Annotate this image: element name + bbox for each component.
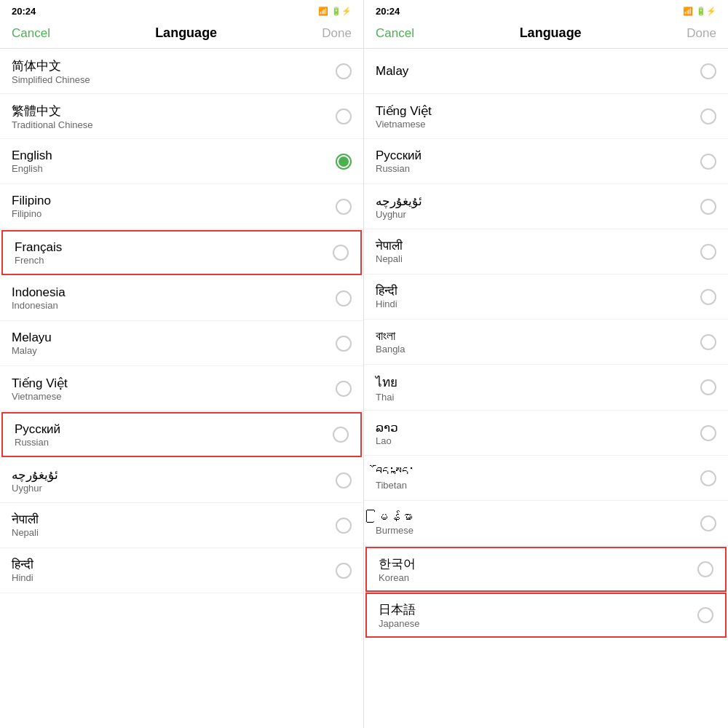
language-item[interactable]: ລາວLao [364,411,728,456]
radio-button[interactable] [336,563,352,579]
lang-native-name: English [12,149,52,163]
lang-text-block: ไทยThai [376,372,397,403]
radio-button[interactable] [336,290,352,306]
language-item[interactable]: 한국어Korean [365,547,727,592]
lang-english-name: English [12,163,52,174]
radio-button[interactable] [700,379,716,395]
language-list-left: 简体中文Simplified Chinese繁體中文Traditional Ch… [0,49,363,728]
lang-english-name: Russian [376,163,422,174]
lang-text-block: 日本語Japanese [379,601,419,629]
radio-button[interactable] [336,199,352,215]
radio-button[interactable] [700,154,716,170]
nav-bar-left: Cancel Language Done [0,20,363,49]
done-button-left: Done [322,26,352,41]
lang-english-name: Nepali [12,527,39,538]
lang-native-name: नेपाली [376,239,403,253]
radio-button[interactable] [700,515,716,531]
wifi-icon: 📶 [318,7,328,16]
left-panel: 20:24 📶 🔋⚡ Cancel Language Done 简体中文Simp… [0,0,364,728]
radio-button[interactable] [697,561,713,577]
lang-native-name: 繁體中文 [12,103,93,119]
language-item[interactable]: РусскийRussian [1,412,362,457]
lang-native-name: Malay [376,64,408,79]
language-item[interactable]: FrançaisFrench [1,230,362,275]
done-button-right: Done [687,26,716,41]
lang-english-name: Nepali [376,253,403,264]
radio-button[interactable] [336,518,352,534]
lang-native-name: नेपाली [12,513,39,527]
lang-english-name: Korean [379,572,416,583]
radio-button[interactable] [697,607,713,623]
language-item[interactable]: Tiếng ViệtVietnamese [364,94,728,139]
lang-text-block: ئۇيغۇرچەUyghur [12,467,58,494]
language-item[interactable]: MelayuMalay [0,321,363,366]
language-item[interactable]: မြန်မာBurmese [364,501,728,546]
lang-text-block: မြန်မာBurmese [376,510,414,536]
lang-native-name: বাংলা [376,329,405,344]
language-item[interactable]: IndonesiaIndonesian [0,276,363,321]
radio-button[interactable] [700,244,716,260]
radio-button[interactable] [336,336,352,352]
radio-button[interactable] [333,245,349,261]
language-item[interactable]: Malay [364,49,728,94]
lang-text-block: IndonesiaIndonesian [12,285,66,311]
language-item[interactable]: བོད་སྐད་Tibetan [364,456,728,501]
lang-native-name: Français [15,240,62,255]
radio-button[interactable] [700,470,716,486]
language-item[interactable]: ไทยThai [364,365,728,411]
radio-button[interactable] [700,425,716,441]
language-item[interactable]: Tiếng ViệtVietnamese [0,366,363,411]
status-icons-left: 📶 🔋⚡ [318,7,352,16]
lang-text-block: ئۇيغۇرچەUyghur [376,194,422,220]
radio-button[interactable] [333,427,349,443]
language-item[interactable]: 简体中文Simplified Chinese [0,49,363,94]
language-item[interactable]: 繁體中文Traditional Chinese [0,94,363,139]
language-item[interactable]: FilipinoFilipino [0,184,363,229]
lang-text-block: བོད་སྐད་Tibetan [376,465,415,491]
lang-text-block: ລາວLao [376,420,398,446]
language-item[interactable]: हिन्दीHindi [0,548,363,593]
lang-english-name: Filipino [12,208,51,219]
language-item[interactable]: 日本語Japanese [365,593,727,638]
lang-english-name: Simplified Chinese [12,74,90,85]
radio-button[interactable] [700,199,716,215]
lang-native-name: ไทย [376,372,397,392]
lang-english-name: Tibetan [376,480,415,491]
lang-text-block: 繁體中文Traditional Chinese [12,103,93,130]
language-item[interactable]: नेपालीNepali [0,503,363,548]
lang-text-block: MelayuMalay [12,331,52,356]
time-right: 20:24 [376,6,400,17]
lang-text-block: हिन्दीHindi [376,284,397,309]
lang-english-name: Hindi [376,298,397,309]
radio-button[interactable] [700,63,716,79]
lang-text-block: Tiếng ViệtVietnamese [376,103,432,130]
radio-button[interactable] [700,289,716,305]
lang-text-block: বাংলাBangla [376,329,405,355]
radio-button[interactable] [336,154,352,170]
radio-button[interactable] [336,63,352,79]
lang-native-name: ລາວ [376,420,398,435]
language-item[interactable]: বাংলাBangla [364,320,728,365]
lang-native-name: ئۇيغۇرچە [12,467,58,483]
lang-text-block: हिन्दीHindi [12,558,33,583]
language-item[interactable]: नेपालीNepali [364,229,728,274]
radio-button[interactable] [700,108,716,124]
lang-english-name: Burmese [376,525,414,536]
language-item[interactable]: ئۇيغۇرچەUyghur [364,184,728,229]
wifi-icon-right: 📶 [683,7,693,16]
lang-text-block: नेपालीNepali [376,239,403,264]
radio-button[interactable] [700,334,716,350]
language-item[interactable]: ئۇيغۇرچەUyghur [0,458,363,503]
time-left: 20:24 [12,6,36,17]
lang-english-name: Lao [376,435,398,446]
language-item[interactable]: EnglishEnglish [0,139,363,184]
language-item[interactable]: РусскийRussian [364,139,728,184]
language-item[interactable]: हिन्दीHindi [364,274,728,320]
cancel-button-left[interactable]: Cancel [12,26,50,41]
right-panel: 20:24 📶 🔋⚡ Cancel Language Done MalayTiế… [364,0,728,728]
lang-native-name: Русский [376,149,422,163]
radio-button[interactable] [336,108,352,124]
radio-button[interactable] [336,472,352,488]
cancel-button-right[interactable]: Cancel [376,26,414,41]
radio-button[interactable] [336,381,352,397]
